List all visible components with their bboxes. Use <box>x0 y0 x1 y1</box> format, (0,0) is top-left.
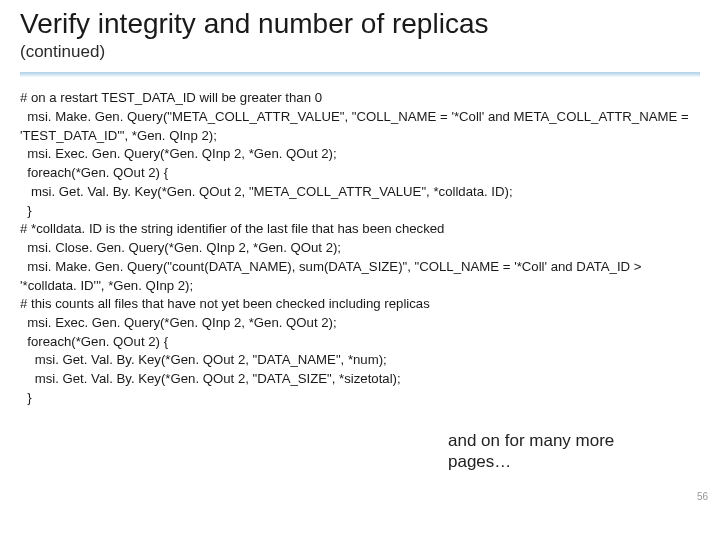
page-number: 56 <box>697 491 708 502</box>
title-divider <box>20 72 700 77</box>
slide-subtitle: (continued) <box>20 42 700 62</box>
code-block: # on a restart TEST_DATA_ID will be grea… <box>20 89 700 407</box>
slide-title: Verify integrity and number of replicas <box>20 8 700 40</box>
annotation-text: and on for many more pages… <box>448 430 658 473</box>
slide-container: Verify integrity and number of replicas … <box>0 0 720 540</box>
